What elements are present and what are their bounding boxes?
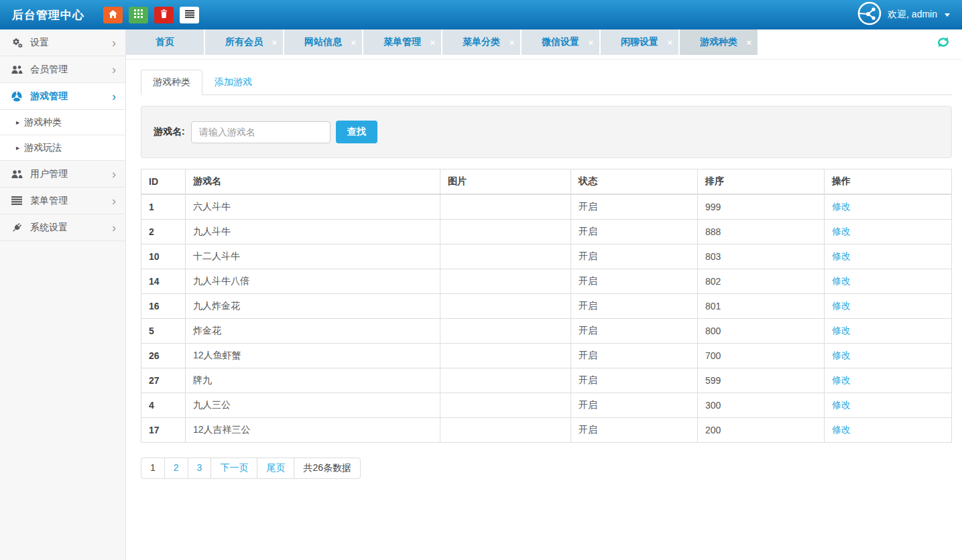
open-tab-label: 游戏种类 xyxy=(700,36,737,48)
cell-image xyxy=(440,418,571,443)
pagination-item[interactable]: 3 xyxy=(188,458,212,479)
soccer-icon xyxy=(9,91,24,102)
modify-link[interactable]: 修改 xyxy=(832,325,851,336)
table-row: 16九人炸金花开启801修改 xyxy=(141,294,952,319)
cell-id: 14 xyxy=(141,269,186,294)
content-tabs: 游戏种类 添加游戏 xyxy=(141,70,952,95)
cell-status: 开启 xyxy=(571,344,698,368)
list-icon xyxy=(9,196,24,205)
sidebar-item[interactable]: 游戏管理› xyxy=(0,83,125,110)
sidebar-item[interactable]: 菜单管理› xyxy=(0,188,125,214)
cell-id: 10 xyxy=(141,244,186,269)
modify-link[interactable]: 修改 xyxy=(832,300,851,311)
app-title: 后台管理中心 xyxy=(12,7,84,23)
chevron-right-icon: › xyxy=(112,195,116,207)
list-icon xyxy=(185,10,194,20)
top-header: 后台管理中心 xyxy=(0,0,962,29)
table-row: 2612人鱼虾蟹开启700修改 xyxy=(141,344,952,368)
close-icon[interactable]: × xyxy=(351,38,356,47)
open-tab[interactable]: 首页 xyxy=(126,29,205,55)
cell-action: 修改 xyxy=(825,269,952,294)
sidebar-item[interactable]: 系统设置› xyxy=(0,214,125,241)
open-tab[interactable]: 菜单分类× xyxy=(442,29,522,55)
modify-link[interactable]: 修改 xyxy=(832,275,851,286)
column-header: 图片 xyxy=(440,169,571,195)
chevron-right-icon: › xyxy=(112,90,116,102)
open-tab[interactable]: 菜单管理× xyxy=(363,29,442,55)
grid-button[interactable] xyxy=(129,7,148,23)
open-tab[interactable]: 微信设置× xyxy=(522,29,601,55)
cell-status: 开启 xyxy=(571,194,698,220)
tabs-host: 首页所有会员×网站信息×菜单管理×菜单分类×微信设置×闲聊设置×游戏种类× xyxy=(126,29,759,55)
open-tab[interactable]: 网站信息× xyxy=(284,29,363,55)
user-menu[interactable]: 欢迎, admin xyxy=(857,1,950,28)
open-tab[interactable]: 所有会员× xyxy=(205,29,284,55)
pagination-item[interactable]: 尾页 xyxy=(257,458,294,479)
tab-game-category[interactable]: 游戏种类 xyxy=(141,70,202,95)
modify-link[interactable]: 修改 xyxy=(832,399,851,410)
pagination-item[interactable]: 1 xyxy=(141,458,165,479)
cell-sort: 802 xyxy=(698,269,825,294)
modify-link[interactable]: 修改 xyxy=(832,251,851,261)
close-icon[interactable]: × xyxy=(430,38,435,47)
close-icon[interactable]: × xyxy=(272,38,277,47)
modify-link[interactable]: 修改 xyxy=(832,201,851,212)
game-name-input[interactable] xyxy=(191,121,330,143)
sidebar-subitem[interactable]: ▸游戏种类 xyxy=(0,110,125,135)
cell-image xyxy=(440,269,571,294)
pager-items: 123下一页尾页 xyxy=(141,458,294,479)
cell-status: 开启 xyxy=(571,269,698,294)
cell-id: 2 xyxy=(141,220,186,244)
sidebar-item[interactable]: 设置› xyxy=(0,29,125,56)
games-table: ID游戏名图片状态排序操作 1六人斗牛开启999修改2九人斗牛开启888修改10… xyxy=(141,169,952,443)
sidebar-item-label: 游戏管理 xyxy=(30,90,68,102)
search-button[interactable]: 查找 xyxy=(336,121,377,143)
table-row: 5炸金花开启800修改 xyxy=(141,319,952,344)
open-tab[interactable]: 闲聊设置× xyxy=(601,29,680,55)
close-icon[interactable]: × xyxy=(746,38,751,47)
cell-image xyxy=(440,393,571,418)
modify-link[interactable]: 修改 xyxy=(832,424,851,435)
chevron-right-icon: › xyxy=(112,168,116,180)
sidebar-item[interactable]: 会员管理› xyxy=(0,56,125,83)
modify-link[interactable]: 修改 xyxy=(832,350,851,360)
trash-button[interactable] xyxy=(154,7,174,23)
sidebar-item[interactable]: 用户管理› xyxy=(0,161,125,188)
chevron-right-icon: › xyxy=(112,222,116,234)
trash-icon xyxy=(160,9,168,20)
search-label: 游戏名: xyxy=(154,126,185,138)
tabs-bar-fill xyxy=(759,29,962,55)
sidebar-item-label: 系统设置 xyxy=(30,222,68,234)
avatar-share-icon xyxy=(857,1,882,28)
home-icon xyxy=(109,10,117,20)
sidebar-subitem[interactable]: ▸游戏玩法 xyxy=(0,135,125,161)
sidebar-menu: 设置›会员管理›游戏管理›▸游戏种类▸游戏玩法用户管理›菜单管理›系统设置› xyxy=(0,29,125,241)
sidebar-item-label: 菜单管理 xyxy=(30,195,68,207)
pagination-item[interactable]: 2 xyxy=(164,458,188,479)
cell-sort: 599 xyxy=(698,368,825,393)
tab-add-game[interactable]: 添加游戏 xyxy=(202,70,264,95)
modify-link[interactable]: 修改 xyxy=(832,374,851,385)
pagination-item[interactable]: 下一页 xyxy=(211,458,257,479)
cell-image xyxy=(440,220,571,244)
grid-icon xyxy=(134,9,143,20)
open-tab-label: 首页 xyxy=(156,36,174,48)
close-icon[interactable]: × xyxy=(588,38,593,47)
close-icon[interactable]: × xyxy=(667,38,672,47)
cell-game-name: 12人吉祥三公 xyxy=(186,418,440,443)
modify-link[interactable]: 修改 xyxy=(832,226,851,236)
cell-status: 开启 xyxy=(571,368,698,393)
cell-id: 27 xyxy=(141,368,186,393)
cell-status: 开启 xyxy=(571,294,698,319)
cell-id: 1 xyxy=(141,194,186,220)
home-button[interactable] xyxy=(103,7,123,23)
cell-image xyxy=(440,319,571,344)
refresh-icon[interactable] xyxy=(937,36,950,48)
list-button[interactable] xyxy=(180,7,199,23)
column-header: 状态 xyxy=(571,169,698,195)
gears-icon xyxy=(9,38,24,48)
close-icon[interactable]: × xyxy=(509,38,514,47)
open-tab[interactable]: 游戏种类× xyxy=(680,29,759,55)
header-quick-buttons xyxy=(103,7,199,23)
cell-id: 5 xyxy=(141,319,186,344)
